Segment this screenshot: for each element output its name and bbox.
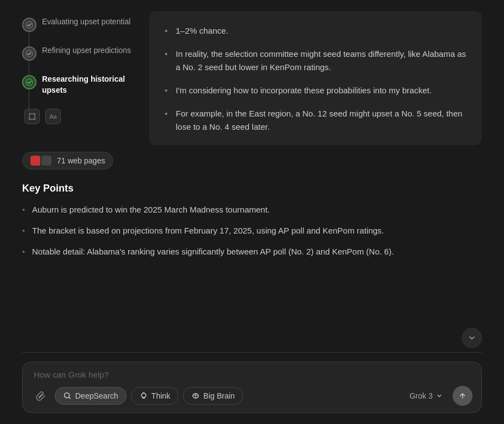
badge-icon-red bbox=[30, 156, 40, 166]
send-icon bbox=[458, 391, 467, 400]
step-evaluating: Evaluating upset potential bbox=[22, 17, 133, 32]
big-brain-button[interactable]: Big Brain bbox=[183, 387, 243, 405]
step-label-researching: Researching historical upsets bbox=[42, 74, 133, 96]
key-point-1: The bracket is based on projections from… bbox=[22, 224, 482, 237]
web-pages-section: 71 web pages bbox=[0, 145, 504, 178]
step-label-refining: Refining upset predictions bbox=[42, 45, 131, 56]
expand-button[interactable] bbox=[24, 109, 40, 124]
bullet-item-1: In reality, the selection committee migh… bbox=[165, 47, 466, 74]
chat-input-area: How can Grok help? DeepS bbox=[0, 353, 504, 424]
content-area: Evaluating upset potential Refining upse… bbox=[0, 0, 504, 145]
deepsearch-label: DeepSearch bbox=[75, 391, 118, 400]
step-researching: Researching historical upsets bbox=[22, 74, 133, 96]
content-panel[interactable]: 1–2% chance. In reality, the selection c… bbox=[149, 11, 482, 145]
web-pages-label: 71 web pages bbox=[57, 156, 105, 165]
step-icon-researching bbox=[22, 75, 36, 89]
key-point-2: Notable detail: Alabama's ranking varies… bbox=[22, 245, 482, 258]
model-selector[interactable]: Grok 3 bbox=[404, 388, 448, 404]
think-button[interactable]: Think bbox=[131, 387, 179, 405]
chat-input-toolbar: DeepSearch Think bbox=[32, 386, 473, 406]
svg-point-4 bbox=[141, 393, 146, 398]
bullet-item-0: 1–2% chance. bbox=[165, 24, 466, 38]
step-icon-refining bbox=[22, 46, 36, 61]
text-size-button[interactable]: Aa bbox=[45, 109, 61, 124]
chat-input-container: How can Grok help? DeepS bbox=[22, 362, 482, 413]
steps-sidebar: Evaluating upset potential Refining upse… bbox=[22, 11, 144, 145]
main-container: Evaluating upset potential Refining upse… bbox=[0, 0, 504, 424]
key-points-title: Key Points bbox=[22, 183, 482, 194]
key-points-list: Auburn is predicted to win the 2025 Marc… bbox=[22, 203, 482, 258]
chevron-down-icon bbox=[436, 393, 443, 399]
deepsearch-button[interactable]: DeepSearch bbox=[55, 387, 127, 405]
collapse-btn-container bbox=[0, 328, 504, 352]
attach-button[interactable] bbox=[32, 386, 50, 405]
brain-icon bbox=[191, 391, 200, 400]
key-points-section: Key Points Auburn is predicted to win th… bbox=[0, 178, 504, 328]
step-label-evaluating: Evaluating upset potential bbox=[42, 17, 130, 28]
think-icon bbox=[139, 391, 148, 400]
bullet-item-2: I'm considering how to incorporate these… bbox=[165, 84, 466, 97]
sidebar-controls: Aa bbox=[22, 109, 133, 124]
send-button[interactable] bbox=[453, 386, 473, 406]
key-point-0: Auburn is predicted to win the 2025 Marc… bbox=[22, 203, 482, 216]
badge-icons bbox=[30, 156, 53, 166]
model-selector-label: Grok 3 bbox=[410, 391, 433, 400]
chat-input-placeholder[interactable]: How can Grok help? bbox=[32, 370, 473, 379]
content-bullet-list: 1–2% chance. In reality, the selection c… bbox=[165, 24, 466, 145]
big-brain-label: Big Brain bbox=[203, 391, 235, 400]
think-label: Think bbox=[151, 391, 170, 400]
text-size-icon: Aa bbox=[49, 113, 56, 120]
step-icon-evaluating bbox=[22, 18, 36, 32]
step-refining: Refining upset predictions bbox=[22, 45, 133, 61]
web-pages-badge[interactable]: 71 web pages bbox=[22, 152, 113, 169]
badge-icon-dark bbox=[41, 156, 51, 166]
search-icon bbox=[63, 391, 72, 400]
bullet-item-4: There's a lot here, so I'm exploring how… bbox=[165, 144, 466, 145]
collapse-button[interactable] bbox=[462, 328, 482, 348]
bullet-item-3: For example, in the East region, a No. 1… bbox=[165, 107, 466, 134]
